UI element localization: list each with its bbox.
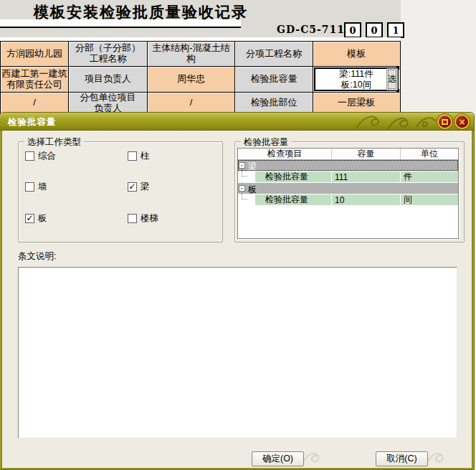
checkbox-label: 梁 [141,181,150,193]
tree-gutter [238,194,255,205]
table-row: / 分包单位项目 负责人 / 检验批部位 一层梁板 [1,93,400,113]
checkbox-icon[interactable] [25,182,34,192]
tree-item-row[interactable]: 检验批容量 111 件 [238,171,458,182]
checkbox-louti[interactable]: 楼梯 [128,212,158,225]
column-header-unit: 单位 [401,149,458,159]
table-row: 西建工第一建筑 有限责任公司 项目负责人 周华忠 检验批容量 梁:111件 板:… [1,67,400,93]
checkbox-zhu[interactable]: 柱 [128,150,150,162]
cell-subproject-value: 模板 [313,42,399,67]
cell-manager-value: 周华忠 [148,67,235,93]
cell-subdivision-label: 分部（子分部） 工程名称 [69,42,148,67]
collapse-icon[interactable]: - [239,185,245,192]
titlebar-ornament-icon [353,113,439,131]
checkbox-icon[interactable] [128,151,137,161]
checkbox-label: 楼梯 [141,212,158,225]
ok-button[interactable]: 确定(O) [252,451,304,466]
tree-elbow-icon [242,192,247,199]
form-table: 方润园幼儿园 分部（子分部） 工程名称 主体结构-混凝土结构 分项工程名称 模板… [0,41,401,114]
checkbox-liang[interactable]: ✓ 梁 [128,181,150,193]
capacity-select-button[interactable]: 选 [386,68,398,90]
tree-table-header: 检查项目 容量 单位 [238,149,458,160]
tree-gutter [238,171,255,182]
cancel-button[interactable]: 取消(C) [376,451,428,466]
tree-elbow-icon [242,169,247,177]
capacity-tree-table[interactable]: 检查项目 容量 单位 - 梁 检验批容量 111 件 - 板 检验批容量 10 … [237,148,459,239]
checkbox-icon[interactable]: ✓ [128,182,137,192]
checkbox-label: 墙 [38,181,47,193]
cell-capacity-value: 梁:111件 板:10间 选 [313,67,399,93]
item-unit-cell[interactable]: 间 [401,194,458,205]
column-header-item: 检查项目 [238,149,332,159]
cell-slash-2: / [148,93,235,113]
table-row: 方润园幼儿园 分部（子分部） 工程名称 主体结构-混凝土结构 分项工程名称 模板 [1,42,400,67]
checkbox-label: 板 [38,212,47,225]
button-ornament-icon [425,450,447,467]
background-form: 模板安装检验批质量验收记录 GD-C5-71157 0 0 1 方润园幼儿园 分… [0,0,476,113]
cell-slash-1: / [1,93,69,113]
dialog-title: 检验批容量 [8,116,57,128]
divider-line [0,27,241,28]
cell-location-label: 检验批部位 [235,93,313,113]
form-title: 模板安装检验批质量验收记录 [34,2,248,22]
item-capacity-cell[interactable]: 111 [332,171,401,182]
button-ornament-icon [301,450,323,467]
clause-textarea[interactable] [18,267,457,438]
item-name-cell: 检验批容量 [255,194,332,205]
close-button[interactable]: × [454,114,470,129]
tree-group-row-ban[interactable]: - 板 [238,183,458,194]
cell-subcontractor-label: 分包单位项目 负责人 [69,93,148,113]
capacity-dialog: 检验批容量 × 选择工作类型 综合 柱 墙 ✓ 梁 ✓ 板 楼梯 检验批容量 检… [0,113,474,470]
item-capacity-cell[interactable]: 10 [332,194,401,205]
column-header-capacity: 容量 [332,149,401,159]
close-icon: × [459,117,465,127]
checkbox-label: 柱 [141,150,150,162]
checkbox-icon[interactable] [25,151,34,161]
checkbox-label: 综合 [38,150,56,162]
restore-icon [442,119,448,125]
cell-location-value: 一层梁板 [313,93,399,113]
item-unit-cell[interactable]: 件 [401,171,458,182]
tree-group-row-liang[interactable]: - 梁 [238,160,458,171]
checkbox-icon[interactable] [128,214,137,223]
cell-manager-label: 项目负责人 [69,67,148,93]
cell-capacity-label: 检验批容量 [235,67,313,93]
work-type-group-title: 选择工作类型 [24,136,84,149]
capacity-group-title: 检验批容量 [241,136,292,149]
tree-item-row[interactable]: 检验批容量 10 间 [238,194,458,205]
cell-company-name: 西建工第一建筑 有限责任公司 [1,67,69,93]
code-box-2: 0 [366,22,383,38]
code-box-3: 1 [387,22,404,38]
checkbox-icon[interactable]: ✓ [25,214,34,223]
checkbox-qiang[interactable]: 墙 [25,181,47,193]
cell-subproject-label: 分项工程名称 [235,42,313,67]
cell-structure-type: 主体结构-混凝土结构 [148,42,235,67]
collapse-icon[interactable]: - [239,162,245,169]
item-name-cell: 检验批容量 [255,171,332,182]
restore-button[interactable] [437,114,452,129]
checkbox-ban[interactable]: ✓ 板 [25,212,47,225]
cell-project-name: 方润园幼儿园 [1,42,69,67]
dialog-border [472,127,474,470]
code-box-1: 0 [344,22,361,38]
checkbox-zonghe[interactable]: 综合 [25,150,56,162]
dialog-titlebar[interactable]: 检验批容量 [0,113,474,131]
clause-label: 条文说明: [18,250,56,263]
